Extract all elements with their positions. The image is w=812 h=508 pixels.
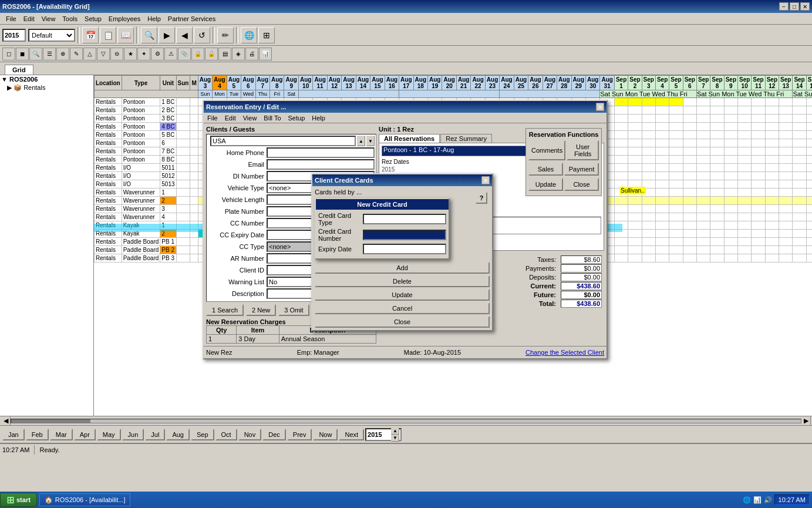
date-cell-42-row-10[interactable]	[793, 180, 806, 189]
date-cell-33-row-1[interactable]	[669, 106, 683, 115]
date-cell-30-row-15[interactable]	[628, 221, 642, 230]
date-cell-31-row-17[interactable]	[642, 238, 655, 246]
date-cell-43-row-1[interactable]	[806, 106, 812, 115]
rez-menu-help[interactable]: Help	[308, 114, 329, 122]
date-cell-43-row-0[interactable]	[806, 98, 812, 106]
date-cell-34-row-17[interactable]	[683, 238, 696, 246]
scroll-track[interactable]	[11, 419, 801, 423]
change-client-label[interactable]: Change the Selected Client	[525, 349, 604, 356]
date-cell-35-row-12[interactable]	[696, 197, 710, 205]
date-cell-33-row-14[interactable]	[669, 213, 683, 221]
date-cell-43-row-16[interactable]	[806, 230, 812, 238]
date-cell-43-row-12[interactable]	[806, 197, 812, 205]
date-cell-30-row-8[interactable]	[628, 164, 642, 172]
date-cell-30-row-7[interactable]	[628, 156, 642, 164]
date-cell-34-row-0[interactable]	[683, 98, 696, 106]
date-cell-32-row-19[interactable]	[655, 254, 669, 263]
date-cell-31-row-14[interactable]	[642, 213, 655, 221]
date-cell-40-row-7[interactable]	[765, 156, 779, 164]
date-cell-43-row-19[interactable]	[806, 254, 812, 263]
date-cell-29-row-17[interactable]	[614, 238, 628, 246]
date-cell-43-row-13[interactable]	[806, 205, 812, 213]
country-scroll-dn[interactable]: ▼	[366, 136, 375, 146]
date-cell-34-row-15[interactable]	[683, 221, 696, 230]
date-cell-42-row-9[interactable]	[793, 172, 806, 180]
date-cell-31-row-1[interactable]	[642, 106, 655, 115]
date-cell-30-row-14[interactable]	[628, 213, 642, 221]
date-cell-42-row-13[interactable]	[793, 205, 806, 213]
date-cell-41-row-14[interactable]	[779, 213, 793, 221]
date-cell-36-row-15[interactable]	[710, 221, 724, 230]
date-cell-42-row-6[interactable]	[793, 147, 806, 156]
date-cell-32-row-3[interactable]	[655, 123, 669, 131]
date-cell-29-row-7[interactable]	[614, 156, 628, 164]
nav-jan[interactable]: Jan	[2, 429, 25, 440]
date-cell-42-row-3[interactable]	[793, 123, 806, 131]
date-cell-32-row-12[interactable]	[655, 197, 669, 205]
date-cell-29-row-6[interactable]	[614, 147, 628, 156]
date-cell-42-row-8[interactable]	[793, 164, 806, 172]
toolbar2-btn-17[interactable]: ▤	[218, 48, 231, 60]
date-cell-36-row-4[interactable]	[710, 131, 724, 139]
date-cell-41-row-0[interactable]	[779, 98, 793, 106]
date-cell-41-row-10[interactable]	[779, 180, 793, 189]
date-cell-41-row-1[interactable]	[779, 106, 793, 115]
date-cell-41-row-6[interactable]	[779, 147, 793, 156]
payment-btn[interactable]: Payment	[564, 163, 599, 176]
toolbar-btn-grid[interactable]: ⊞	[258, 27, 275, 43]
date-cell-30-row-12[interactable]	[628, 197, 642, 205]
date-cell-29-row-16[interactable]	[614, 230, 628, 238]
date-cell-38-row-10[interactable]	[738, 180, 752, 189]
date-cell-32-row-8[interactable]	[655, 164, 669, 172]
toolbar-btn-search[interactable]: 🔍	[141, 27, 157, 43]
date-cell-38-row-2[interactable]	[738, 115, 752, 123]
date-cell-30-row-2[interactable]	[628, 115, 642, 123]
date-cell-41-row-2[interactable]	[779, 115, 793, 123]
date-cell-39-row-6[interactable]	[752, 147, 765, 156]
scroll-right-btn[interactable]: ▶	[801, 416, 811, 426]
date-cell-33-row-0[interactable]	[669, 98, 683, 106]
date-cell-42-row-17[interactable]	[793, 238, 806, 246]
date-cell-34-row-14[interactable]	[683, 213, 696, 221]
toolbar2-btn-12[interactable]: ⚙	[151, 48, 164, 60]
nav-aug[interactable]: Aug	[166, 429, 190, 440]
menu-partner[interactable]: Partner Services	[164, 14, 219, 23]
menu-tools[interactable]: Tools	[59, 14, 81, 23]
date-cell-37-row-15[interactable]	[724, 221, 737, 230]
date-cell-43-row-18[interactable]	[806, 246, 812, 254]
date-cell-30-row-16[interactable]	[628, 230, 642, 238]
date-cell-32-row-0[interactable]	[655, 98, 669, 106]
date-cell-39-row-1[interactable]	[752, 106, 765, 115]
toolbar2-btn-6[interactable]: ✎	[70, 48, 83, 60]
date-cell-30-row-0[interactable]	[628, 98, 642, 106]
date-cell-36-row-1[interactable]	[710, 106, 724, 115]
date-cell-37-row-0[interactable]	[724, 98, 737, 106]
tab-all-reservations[interactable]: All Reservations	[379, 134, 440, 143]
date-cell-39-row-17[interactable]	[752, 238, 765, 246]
date-cell-30-row-3[interactable]	[628, 123, 642, 131]
date-cell-42-row-16[interactable]	[793, 230, 806, 238]
date-cell-38-row-1[interactable]	[738, 106, 752, 115]
date-cell-38-row-5[interactable]	[738, 139, 752, 147]
date-cell-34-row-9[interactable]	[683, 172, 696, 180]
date-cell-35-row-13[interactable]	[696, 205, 710, 213]
date-cell-41-row-4[interactable]	[779, 131, 793, 139]
date-cell-31-row-15[interactable]	[642, 221, 655, 230]
date-cell-37-row-16[interactable]	[724, 230, 737, 238]
country-input[interactable]	[210, 136, 356, 146]
date-cell-43-row-15[interactable]	[806, 221, 812, 230]
date-cell-33-row-5[interactable]	[669, 139, 683, 147]
date-cell-33-row-16[interactable]	[669, 230, 683, 238]
date-cell-30-row-1[interactable]	[628, 106, 642, 115]
date-cell-43-row-14[interactable]	[806, 213, 812, 221]
date-cell-35-row-19[interactable]	[696, 254, 710, 263]
date-cell-29-row-8[interactable]	[614, 164, 628, 172]
date-cell-40-row-9[interactable]	[765, 172, 779, 180]
date-cell-35-row-2[interactable]	[696, 115, 710, 123]
date-cell-29-row-1[interactable]	[614, 106, 628, 115]
rez-menu-edit[interactable]: Edit	[221, 114, 240, 122]
date-cell-42-row-0[interactable]	[793, 98, 806, 106]
date-cell-37-row-17[interactable]	[724, 238, 737, 246]
toolbar2-btn-9[interactable]: ⊖	[110, 48, 123, 60]
date-cell-42-row-14[interactable]	[793, 213, 806, 221]
